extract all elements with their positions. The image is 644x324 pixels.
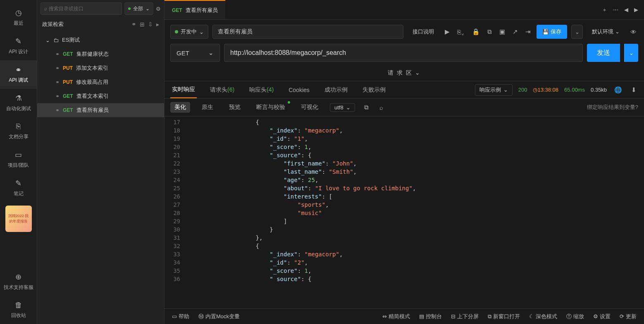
response-size: 0.35kb xyxy=(591,87,607,93)
save-dropdown[interactable]: ⌄ xyxy=(571,25,583,39)
editor-line: 27 "sports", xyxy=(165,201,644,209)
run-icon[interactable]: ▶ xyxy=(443,28,451,35)
more-icon[interactable]: ⋯ xyxy=(613,7,618,13)
rail-support[interactable]: ⊕技术支持客服 xyxy=(0,267,37,296)
view-visual[interactable]: 可视化 xyxy=(297,102,322,113)
link-icon[interactable]: ⚭ xyxy=(131,21,136,28)
prev-tab-icon[interactable]: ◀ xyxy=(624,7,628,13)
tab-cookies[interactable]: Cookies xyxy=(287,83,311,97)
add-tab-icon[interactable]: ＋ xyxy=(602,6,607,14)
rail-project[interactable]: ▭项目/团队 xyxy=(0,145,37,174)
sb-mock[interactable]: Ⓜ内置Mock变量 xyxy=(198,313,240,320)
sb-console[interactable]: ▤控制台 xyxy=(419,313,442,320)
tree-item[interactable]: ⚭GET查看所有雇员 xyxy=(37,103,164,117)
view-raw[interactable]: 原生 xyxy=(198,102,217,113)
response-editor[interactable]: 17 {18 "_index": "megacorp",19 "_id": "1… xyxy=(165,116,644,308)
request-area-toggle[interactable]: 请 求 区 ⌄ xyxy=(165,67,644,81)
breadcrumb[interactable]: 政策检索 xyxy=(42,21,64,28)
status-select[interactable]: 开发中 ⌄ xyxy=(170,25,208,39)
rail-api-debug[interactable]: ⚭API 调试 xyxy=(0,60,37,89)
code-icon[interactable]: ⎘⌄ xyxy=(456,28,466,35)
search-input[interactable]: ⌕ 搜索目录或接口 xyxy=(41,2,122,15)
sb-refresh[interactable]: ⟳更新 xyxy=(620,313,637,320)
copy-icon[interactable]: ⧉ xyxy=(486,28,494,35)
next-tab-icon[interactable]: ▶ xyxy=(634,7,638,13)
editor-line: 20 "_score": 1, xyxy=(165,143,644,151)
tree-item[interactable]: ⚭GET集群健康状态 xyxy=(37,47,164,61)
tree-item-label: 修改最高占用 xyxy=(76,78,108,86)
sb-compact[interactable]: ⇔精简模式 xyxy=(382,313,410,320)
zoom-icon: Ⓣ xyxy=(566,313,572,320)
rail-automation[interactable]: ⚗自动化测试 xyxy=(0,89,37,117)
sb-settings[interactable]: ⚙设置 xyxy=(593,313,611,320)
import-icon[interactable]: ⇥ xyxy=(524,28,532,35)
view-preview[interactable]: 预览 xyxy=(225,102,245,113)
settings-icon[interactable]: ⚙ xyxy=(156,6,161,12)
add-folder-icon[interactable]: ⊞ xyxy=(140,21,145,28)
tab-realtime[interactable]: 实时响应 xyxy=(170,82,197,98)
send-dropdown[interactable]: ⌄ xyxy=(624,44,638,62)
download-icon[interactable]: ⇩ xyxy=(148,21,153,28)
method-select[interactable]: GET ⌄ xyxy=(170,44,220,62)
tab-success[interactable]: 成功示例 xyxy=(323,82,349,98)
play-icon[interactable]: ▸ xyxy=(156,21,159,28)
folder-es-test[interactable]: ⌄ 🗀 ES测试 xyxy=(37,33,164,47)
tree-item[interactable]: ⚭PUT添加文本索引 xyxy=(37,61,164,75)
url-input[interactable] xyxy=(224,44,583,62)
rail-trash[interactable]: 🗑回收站 xyxy=(0,296,37,324)
note-icon: ✎ xyxy=(2,179,35,188)
tab-req-headers[interactable]: 请求头(6) xyxy=(208,82,236,98)
clipboard-icon[interactable]: ⧉ xyxy=(363,104,370,111)
promo-banner[interactable]: 回顾2022 我的年度报告 xyxy=(5,206,32,232)
plug-icon: ⚭ xyxy=(2,65,35,74)
sb-help[interactable]: ▭帮助 xyxy=(172,313,189,320)
tree-item-label: 查看文本索引 xyxy=(76,92,109,100)
search-icon[interactable]: ⌕ xyxy=(378,104,385,111)
rail-docs[interactable]: ⎘文档分享 xyxy=(0,117,37,145)
tree-item[interactable]: ⚭PUT修改最高占用 xyxy=(37,75,164,89)
view-pretty[interactable]: 美化 xyxy=(170,102,190,113)
method-badge: PUT xyxy=(63,65,73,71)
send-button[interactable]: 发送 xyxy=(587,44,620,62)
tree-item[interactable]: ⚭GET查看文本索引 xyxy=(37,89,164,103)
env-select[interactable]: 默认环境 ⌄ xyxy=(587,25,625,39)
lock-icon[interactable]: 🔒 xyxy=(470,28,482,35)
api-name-input[interactable] xyxy=(212,25,403,39)
split-icon: ⊟ xyxy=(451,313,456,319)
editor-line: 21 "_source": { xyxy=(165,151,644,159)
folder-icon: 🗀 xyxy=(53,37,59,43)
share-icon: ⎘ xyxy=(2,122,35,131)
api-doc-button[interactable]: 接口说明 xyxy=(408,25,439,39)
link-icon: ⚭ xyxy=(55,79,60,85)
chevron-down-icon: ⌄ xyxy=(208,49,214,57)
method-badge: GET xyxy=(63,107,73,113)
editor-line: 35 "_score": 1, xyxy=(165,267,644,275)
chevron-down-icon: ⌄ xyxy=(346,104,351,111)
sb-newwin[interactable]: ⧉新窗口打开 xyxy=(488,313,520,320)
sidebar: ⌕ 搜索目录或接口 全部 ⌄ ⚙ 政策检索 ⚭ ⊞ ⇩ ▸ ⌄ 🗀 ES测试 xyxy=(37,0,165,324)
filter-select[interactable]: 全部 ⌄ xyxy=(124,2,153,15)
download-icon[interactable]: ⬇ xyxy=(630,86,638,94)
bind-result-link[interactable]: 绑定响应结果到变量? xyxy=(587,104,638,111)
tab-active[interactable]: GET 查看所有雇员 xyxy=(165,0,225,19)
rail-recent[interactable]: ◷最近 xyxy=(0,3,37,32)
response-sample-select[interactable]: 响应示例⌄ xyxy=(475,84,513,96)
view-assert[interactable]: 断言与校验 xyxy=(252,102,289,113)
rail-api-design[interactable]: ✎API 设计 xyxy=(0,32,37,60)
globe-icon[interactable]: 🌐 xyxy=(613,86,624,94)
layers-icon: ▭ xyxy=(2,150,35,159)
window-icon[interactable]: ▣ xyxy=(498,28,507,35)
mock-icon: Ⓜ xyxy=(198,313,204,320)
eye-icon[interactable]: 👁 xyxy=(629,28,638,35)
chevron-down-icon: ⌄ xyxy=(503,87,508,93)
tab-resp-headers[interactable]: 响应头(4) xyxy=(248,82,275,98)
tab-failure[interactable]: 失败示例 xyxy=(361,82,387,98)
sb-split[interactable]: ⊟上下分屏 xyxy=(451,313,479,320)
export-icon[interactable]: ↗ xyxy=(511,28,520,35)
rail-notes[interactable]: ✎笔记 xyxy=(0,174,37,202)
encoding-select[interactable]: utf8⌄ xyxy=(330,103,355,112)
save-button[interactable]: 💾保存 xyxy=(537,25,567,39)
sb-zoom[interactable]: Ⓣ缩放 xyxy=(566,313,584,320)
chevron-down-icon: ⌄ xyxy=(45,37,50,43)
sb-dark[interactable]: ☾深色模式 xyxy=(529,313,557,320)
